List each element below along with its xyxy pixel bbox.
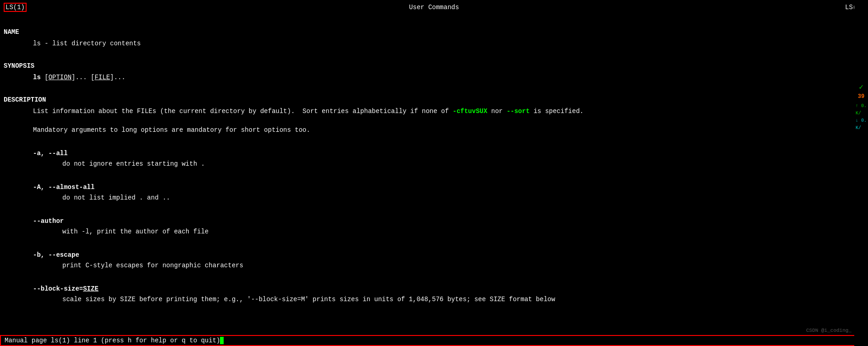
option-b-title: -b, --escape [4,250,864,260]
description-line1: List information about the FILEs (the cu… [4,107,864,116]
section-description-title: DESCRIPTION [4,95,864,105]
net-down: ↓ 0. [856,116,867,124]
option-b-desc: print C-style escapes for nongraphic cha… [4,261,864,270]
option-author-desc: with -l, print the author of each file [4,227,864,237]
synopsis-content: ls [OPTION]... [FILE]... [4,73,864,82]
option-A-desc: do not list implied . and .. [4,193,864,203]
name-content: ls - list directory contents [4,39,864,49]
header-center-title: User Commands [409,4,459,11]
check-icon: ✓ [859,82,863,92]
badge-count: 39 [858,93,864,100]
network-stats: ↑ 0. K/ ↓ 0. K/ [856,102,867,131]
net-down-unit: K/ [856,124,867,131]
option-block-title: --block-size=SIZE [4,284,864,294]
terminal-window: LS(1) User Commands LS(1) NAME ls - list… [0,0,868,346]
sidebar-panel: ✓ 39 ↑ 0. K/ ↓ 0. K/ [854,0,868,346]
header-left-ls1: LS(1) [4,3,27,12]
net-up-unit: K/ [856,109,867,116]
option-a-desc: do not ignore entries starting with . [4,159,864,169]
option-a-title: -a, --all [4,149,864,158]
description-line2: Mandatory arguments to long options are … [4,125,864,135]
status-bar: Manual page ls(1) line 1 (press h for he… [0,335,868,346]
status-bar-text: Manual page ls(1) line 1 (press h for he… [5,337,220,344]
net-up: ↑ 0. [856,102,867,109]
option-block-desc: scale sizes by SIZE before printing them… [4,295,864,304]
option-author-title: --author [4,216,864,226]
watermark: CSDN @i_coding_ [806,328,852,333]
option-A-title: -A, --almost-all [4,183,864,192]
section-name-title: NAME [4,27,864,37]
section-synopsis-title: SYNOPSIS [4,61,864,71]
cursor [220,337,224,344]
man-page-content: NAME ls - list directory contents SYNOPS… [0,15,868,304]
man-page-header: LS(1) User Commands LS(1) [0,2,868,13]
